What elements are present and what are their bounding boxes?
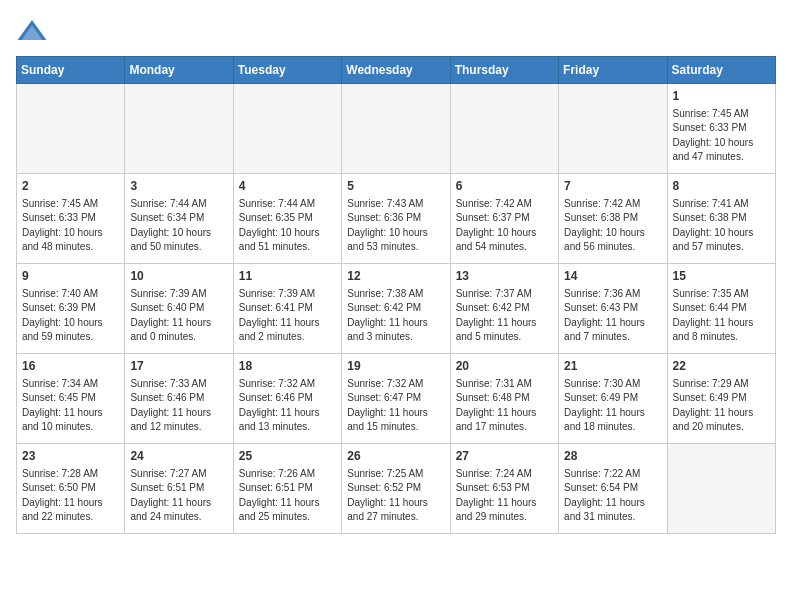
day-number: 3	[130, 178, 227, 195]
day-number: 26	[347, 448, 444, 465]
calendar-cell: 5Sunrise: 7:43 AM Sunset: 6:36 PM Daylig…	[342, 174, 450, 264]
calendar-cell: 1Sunrise: 7:45 AM Sunset: 6:33 PM Daylig…	[667, 84, 775, 174]
day-number: 9	[22, 268, 119, 285]
day-number: 2	[22, 178, 119, 195]
calendar-cell: 17Sunrise: 7:33 AM Sunset: 6:46 PM Dayli…	[125, 354, 233, 444]
calendar-cell: 4Sunrise: 7:44 AM Sunset: 6:35 PM Daylig…	[233, 174, 341, 264]
day-number: 5	[347, 178, 444, 195]
calendar-table: SundayMondayTuesdayWednesdayThursdayFrid…	[16, 56, 776, 534]
day-number: 23	[22, 448, 119, 465]
day-info: Sunrise: 7:44 AM Sunset: 6:34 PM Dayligh…	[130, 197, 227, 255]
calendar-week-3: 16Sunrise: 7:34 AM Sunset: 6:45 PM Dayli…	[17, 354, 776, 444]
day-info: Sunrise: 7:41 AM Sunset: 6:38 PM Dayligh…	[673, 197, 770, 255]
day-info: Sunrise: 7:29 AM Sunset: 6:49 PM Dayligh…	[673, 377, 770, 435]
day-number: 13	[456, 268, 553, 285]
day-number: 11	[239, 268, 336, 285]
calendar-cell: 25Sunrise: 7:26 AM Sunset: 6:51 PM Dayli…	[233, 444, 341, 534]
day-info: Sunrise: 7:42 AM Sunset: 6:38 PM Dayligh…	[564, 197, 661, 255]
day-number: 4	[239, 178, 336, 195]
day-number: 16	[22, 358, 119, 375]
day-info: Sunrise: 7:22 AM Sunset: 6:54 PM Dayligh…	[564, 467, 661, 525]
calendar-cell: 20Sunrise: 7:31 AM Sunset: 6:48 PM Dayli…	[450, 354, 558, 444]
calendar-cell: 14Sunrise: 7:36 AM Sunset: 6:43 PM Dayli…	[559, 264, 667, 354]
weekday-header-sunday: Sunday	[17, 57, 125, 84]
calendar-cell: 13Sunrise: 7:37 AM Sunset: 6:42 PM Dayli…	[450, 264, 558, 354]
calendar-cell	[342, 84, 450, 174]
day-info: Sunrise: 7:33 AM Sunset: 6:46 PM Dayligh…	[130, 377, 227, 435]
day-info: Sunrise: 7:30 AM Sunset: 6:49 PM Dayligh…	[564, 377, 661, 435]
day-number: 21	[564, 358, 661, 375]
day-number: 10	[130, 268, 227, 285]
day-info: Sunrise: 7:45 AM Sunset: 6:33 PM Dayligh…	[22, 197, 119, 255]
day-number: 7	[564, 178, 661, 195]
day-info: Sunrise: 7:42 AM Sunset: 6:37 PM Dayligh…	[456, 197, 553, 255]
day-number: 18	[239, 358, 336, 375]
calendar-cell: 28Sunrise: 7:22 AM Sunset: 6:54 PM Dayli…	[559, 444, 667, 534]
day-info: Sunrise: 7:36 AM Sunset: 6:43 PM Dayligh…	[564, 287, 661, 345]
calendar-cell: 16Sunrise: 7:34 AM Sunset: 6:45 PM Dayli…	[17, 354, 125, 444]
calendar-cell: 7Sunrise: 7:42 AM Sunset: 6:38 PM Daylig…	[559, 174, 667, 264]
calendar-cell	[125, 84, 233, 174]
day-info: Sunrise: 7:40 AM Sunset: 6:39 PM Dayligh…	[22, 287, 119, 345]
calendar-week-1: 2Sunrise: 7:45 AM Sunset: 6:33 PM Daylig…	[17, 174, 776, 264]
weekday-header-tuesday: Tuesday	[233, 57, 341, 84]
day-info: Sunrise: 7:37 AM Sunset: 6:42 PM Dayligh…	[456, 287, 553, 345]
calendar-cell: 8Sunrise: 7:41 AM Sunset: 6:38 PM Daylig…	[667, 174, 775, 264]
weekday-header-monday: Monday	[125, 57, 233, 84]
calendar-cell	[667, 444, 775, 534]
day-info: Sunrise: 7:28 AM Sunset: 6:50 PM Dayligh…	[22, 467, 119, 525]
calendar-cell: 9Sunrise: 7:40 AM Sunset: 6:39 PM Daylig…	[17, 264, 125, 354]
calendar-week-4: 23Sunrise: 7:28 AM Sunset: 6:50 PM Dayli…	[17, 444, 776, 534]
logo	[16, 16, 52, 48]
day-info: Sunrise: 7:32 AM Sunset: 6:46 PM Dayligh…	[239, 377, 336, 435]
day-info: Sunrise: 7:26 AM Sunset: 6:51 PM Dayligh…	[239, 467, 336, 525]
day-info: Sunrise: 7:43 AM Sunset: 6:36 PM Dayligh…	[347, 197, 444, 255]
day-info: Sunrise: 7:31 AM Sunset: 6:48 PM Dayligh…	[456, 377, 553, 435]
day-number: 8	[673, 178, 770, 195]
calendar-cell: 11Sunrise: 7:39 AM Sunset: 6:41 PM Dayli…	[233, 264, 341, 354]
calendar-cell: 15Sunrise: 7:35 AM Sunset: 6:44 PM Dayli…	[667, 264, 775, 354]
weekday-header-friday: Friday	[559, 57, 667, 84]
calendar-header-row: SundayMondayTuesdayWednesdayThursdayFrid…	[17, 57, 776, 84]
calendar-cell: 6Sunrise: 7:42 AM Sunset: 6:37 PM Daylig…	[450, 174, 558, 264]
calendar-cell	[17, 84, 125, 174]
day-number: 28	[564, 448, 661, 465]
day-number: 17	[130, 358, 227, 375]
day-info: Sunrise: 7:44 AM Sunset: 6:35 PM Dayligh…	[239, 197, 336, 255]
day-number: 22	[673, 358, 770, 375]
day-info: Sunrise: 7:24 AM Sunset: 6:53 PM Dayligh…	[456, 467, 553, 525]
day-info: Sunrise: 7:25 AM Sunset: 6:52 PM Dayligh…	[347, 467, 444, 525]
calendar-cell: 26Sunrise: 7:25 AM Sunset: 6:52 PM Dayli…	[342, 444, 450, 534]
calendar-cell	[450, 84, 558, 174]
day-info: Sunrise: 7:27 AM Sunset: 6:51 PM Dayligh…	[130, 467, 227, 525]
day-number: 1	[673, 88, 770, 105]
calendar-week-0: 1Sunrise: 7:45 AM Sunset: 6:33 PM Daylig…	[17, 84, 776, 174]
day-number: 25	[239, 448, 336, 465]
calendar-cell: 24Sunrise: 7:27 AM Sunset: 6:51 PM Dayli…	[125, 444, 233, 534]
calendar-cell: 12Sunrise: 7:38 AM Sunset: 6:42 PM Dayli…	[342, 264, 450, 354]
day-number: 19	[347, 358, 444, 375]
weekday-header-saturday: Saturday	[667, 57, 775, 84]
day-info: Sunrise: 7:38 AM Sunset: 6:42 PM Dayligh…	[347, 287, 444, 345]
day-number: 12	[347, 268, 444, 285]
calendar-cell: 2Sunrise: 7:45 AM Sunset: 6:33 PM Daylig…	[17, 174, 125, 264]
day-number: 20	[456, 358, 553, 375]
day-info: Sunrise: 7:34 AM Sunset: 6:45 PM Dayligh…	[22, 377, 119, 435]
day-info: Sunrise: 7:32 AM Sunset: 6:47 PM Dayligh…	[347, 377, 444, 435]
day-number: 27	[456, 448, 553, 465]
calendar-cell: 22Sunrise: 7:29 AM Sunset: 6:49 PM Dayli…	[667, 354, 775, 444]
calendar-cell: 19Sunrise: 7:32 AM Sunset: 6:47 PM Dayli…	[342, 354, 450, 444]
day-info: Sunrise: 7:35 AM Sunset: 6:44 PM Dayligh…	[673, 287, 770, 345]
calendar-cell: 3Sunrise: 7:44 AM Sunset: 6:34 PM Daylig…	[125, 174, 233, 264]
weekday-header-wednesday: Wednesday	[342, 57, 450, 84]
calendar-cell: 27Sunrise: 7:24 AM Sunset: 6:53 PM Dayli…	[450, 444, 558, 534]
day-info: Sunrise: 7:39 AM Sunset: 6:41 PM Dayligh…	[239, 287, 336, 345]
calendar-cell: 10Sunrise: 7:39 AM Sunset: 6:40 PM Dayli…	[125, 264, 233, 354]
day-info: Sunrise: 7:45 AM Sunset: 6:33 PM Dayligh…	[673, 107, 770, 165]
calendar-cell: 18Sunrise: 7:32 AM Sunset: 6:46 PM Dayli…	[233, 354, 341, 444]
day-number: 14	[564, 268, 661, 285]
calendar-cell: 23Sunrise: 7:28 AM Sunset: 6:50 PM Dayli…	[17, 444, 125, 534]
calendar-week-2: 9Sunrise: 7:40 AM Sunset: 6:39 PM Daylig…	[17, 264, 776, 354]
calendar-cell: 21Sunrise: 7:30 AM Sunset: 6:49 PM Dayli…	[559, 354, 667, 444]
page-header	[16, 16, 776, 48]
